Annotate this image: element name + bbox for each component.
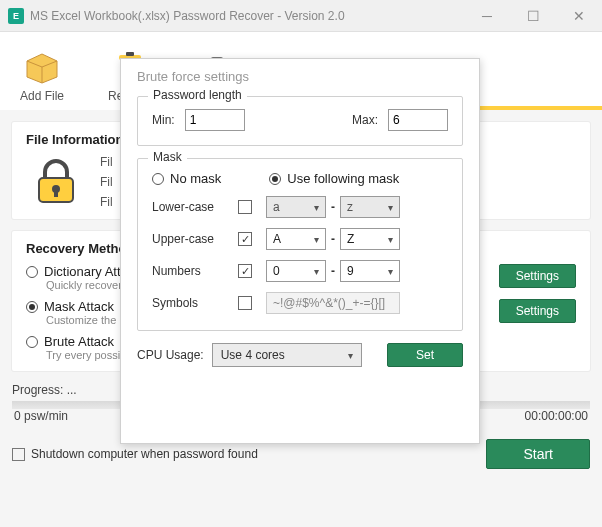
progress-label: Progress: — [12, 383, 63, 397]
speed-value: 0 psw/min — [14, 409, 68, 423]
uppercase-label: Upper-case — [152, 232, 238, 246]
file-label-1: Fil — [100, 155, 113, 169]
symbols-checkbox[interactable] — [238, 296, 252, 310]
min-input[interactable] — [185, 109, 245, 131]
lock-icon — [26, 155, 86, 207]
svg-rect-2 — [126, 52, 134, 56]
radio-icon — [152, 173, 164, 185]
symbols-value[interactable]: ~!@#$%^&*()_+-={}[] — [266, 292, 400, 314]
radio-icon — [26, 266, 38, 278]
box-icon — [22, 47, 62, 87]
symbols-label: Symbols — [152, 296, 238, 310]
chevron-down-icon: ▾ — [388, 234, 393, 245]
lowercase-from-select[interactable]: a▾ — [266, 196, 326, 218]
close-button[interactable]: ✕ — [556, 0, 602, 32]
uppercase-checkbox[interactable]: ✓ — [238, 232, 252, 246]
chevron-down-icon: ▾ — [388, 202, 393, 213]
brute-force-dialog: Brute force settings Password length Min… — [120, 58, 480, 444]
numbers-checkbox[interactable]: ✓ — [238, 264, 252, 278]
max-label: Max: — [352, 113, 378, 127]
window-title: MS Excel Workbook(.xlsx) Password Recove… — [30, 9, 464, 23]
chevron-down-icon: ▾ — [314, 234, 319, 245]
max-input[interactable] — [388, 109, 448, 131]
chevron-down-icon: ▾ — [388, 266, 393, 277]
mask-fieldset: Mask No mask Use following mask Lower-ca… — [137, 158, 463, 331]
chevron-down-icon: ▾ — [314, 266, 319, 277]
lowercase-checkbox[interactable] — [238, 200, 252, 214]
maximize-button[interactable]: ☐ — [510, 0, 556, 32]
radio-icon — [26, 336, 38, 348]
password-length-fieldset: Password length Min: Max: — [137, 96, 463, 146]
password-length-legend: Password length — [148, 88, 247, 102]
time-value: 00:00:00:00 — [525, 409, 588, 423]
progress-value: ... — [67, 383, 77, 397]
no-mask-radio[interactable]: No mask — [152, 171, 221, 186]
lowercase-to-select[interactable]: z▾ — [340, 196, 400, 218]
lowercase-label: Lower-case — [152, 200, 238, 214]
radio-icon — [26, 301, 38, 313]
start-button[interactable]: Start — [486, 439, 590, 469]
uppercase-to-select[interactable]: Z▾ — [340, 228, 400, 250]
add-file-label: Add File — [20, 89, 64, 103]
file-label-2: Fil — [100, 175, 113, 189]
file-label-3: Fil — [100, 195, 113, 209]
use-mask-radio[interactable]: Use following mask — [269, 171, 399, 186]
radio-icon — [269, 173, 281, 185]
numbers-from-select[interactable]: 0▾ — [266, 260, 326, 282]
svg-rect-8 — [54, 191, 58, 197]
uppercase-from-select[interactable]: A▾ — [266, 228, 326, 250]
dialog-title: Brute force settings — [137, 69, 463, 84]
numbers-to-select[interactable]: 9▾ — [340, 260, 400, 282]
cpu-label: CPU Usage: — [137, 348, 204, 362]
numbers-label: Numbers — [152, 264, 238, 278]
min-label: Min: — [152, 113, 175, 127]
add-file-button[interactable]: Add File — [20, 47, 64, 103]
chevron-down-icon: ▾ — [348, 350, 353, 361]
set-button[interactable]: Set — [387, 343, 463, 367]
shutdown-checkbox[interactable] — [12, 448, 25, 461]
mask-legend: Mask — [148, 150, 187, 164]
app-icon: E — [8, 8, 24, 24]
shutdown-label: Shutdown computer when password found — [31, 447, 486, 461]
dictionary-settings-button[interactable]: Settings — [499, 264, 576, 288]
cpu-select[interactable]: Use 4 cores ▾ — [212, 343, 362, 367]
mask-settings-button[interactable]: Settings — [499, 299, 576, 323]
titlebar: E MS Excel Workbook(.xlsx) Password Reco… — [0, 0, 602, 32]
minimize-button[interactable]: ─ — [464, 0, 510, 32]
chevron-down-icon: ▾ — [314, 202, 319, 213]
